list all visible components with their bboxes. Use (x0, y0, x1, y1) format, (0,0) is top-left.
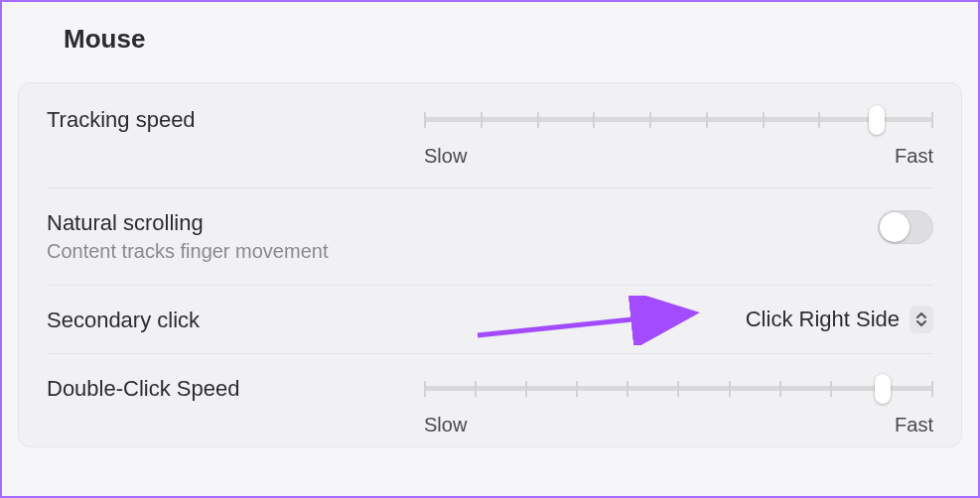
row-tracking-speed: Tracking speed Slow Fast (47, 83, 933, 188)
row-secondary-click: Secondary click Click Right Side (47, 286, 933, 354)
slider-tick (779, 381, 781, 397)
slider-tick (424, 381, 426, 397)
tracking-speed-slider[interactable] (424, 107, 933, 131)
page-title: Mouse (2, 2, 978, 72)
slider-tick (706, 112, 708, 128)
tracking-max-label: Fast (895, 145, 933, 168)
natural-scrolling-toggle[interactable] (878, 210, 933, 244)
tracking-min-label: Slow (424, 145, 467, 168)
slider-tick (818, 112, 820, 128)
secondary-click-dropdown[interactable]: Click Right Side (746, 306, 933, 333)
slider-tick (931, 381, 933, 397)
slider-tick (593, 112, 595, 128)
double-click-max-label: Fast (895, 414, 933, 436)
natural-scrolling-label: Natural scrolling (47, 210, 878, 236)
slider-tick (649, 112, 651, 128)
double-click-min-label: Slow (424, 414, 467, 436)
slider-tick (525, 381, 527, 397)
settings-panel: Tracking speed Slow Fast Natural scrolli… (18, 82, 962, 447)
slider-tick (576, 381, 578, 397)
slider-tick (931, 112, 933, 128)
row-double-click-speed: Double-Click Speed Slow Fast (47, 354, 933, 446)
slider-tick (729, 381, 731, 397)
secondary-click-value: Click Right Side (746, 307, 900, 332)
double-click-speed-thumb[interactable] (875, 374, 891, 404)
slider-tick (537, 112, 539, 128)
natural-scrolling-sublabel: Content tracks finger movement (47, 240, 878, 263)
slider-tick (763, 112, 765, 128)
double-click-speed-label: Double-Click Speed (47, 376, 424, 402)
toggle-knob (880, 212, 910, 242)
slider-tick (424, 112, 426, 128)
tracking-speed-thumb[interactable] (869, 105, 885, 135)
slider-tick (677, 381, 679, 397)
double-click-speed-slider[interactable] (424, 376, 933, 400)
tracking-speed-label: Tracking speed (47, 107, 424, 133)
row-natural-scrolling: Natural scrolling Content tracks finger … (47, 188, 933, 286)
secondary-click-label: Secondary click (47, 308, 746, 333)
dropdown-stepper-icon (910, 306, 933, 333)
slider-tick (830, 381, 832, 397)
slider-tick (475, 381, 477, 397)
slider-tick (481, 112, 483, 128)
slider-tick (627, 381, 629, 397)
